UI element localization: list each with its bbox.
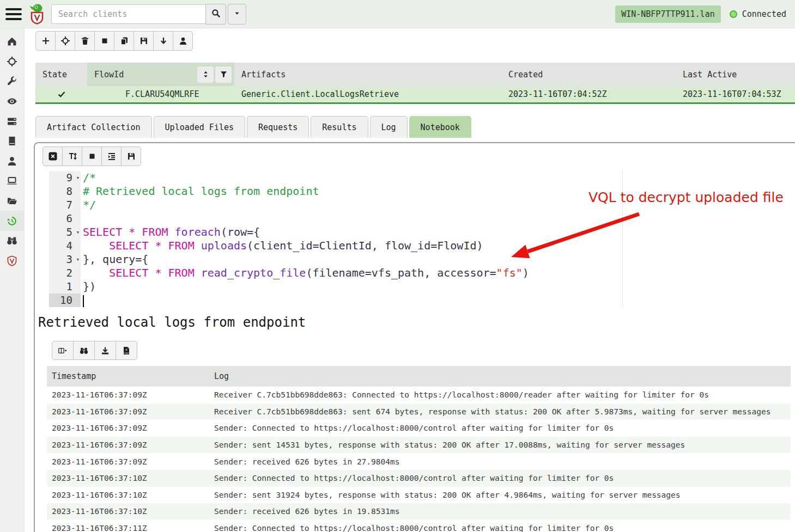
sidebar-item-home[interactable]	[0, 32, 25, 52]
column-header-created[interactable]: Created	[501, 63, 676, 86]
log-row[interactable]: 2023-11-16T06:37:09ZReceiver C.7cb51bb69…	[47, 387, 791, 403]
log-row[interactable]: 2023-11-16T06:37:10ZSender: received 626…	[47, 503, 791, 520]
crosshair2-icon	[61, 36, 70, 45]
annotation-arrow-icon	[507, 207, 648, 267]
code-segment	[83, 239, 109, 252]
save-cell-button[interactable]	[121, 146, 141, 166]
log-row[interactable]: 2023-11-16T06:37:10ZSender: Connected to…	[47, 470, 791, 487]
line-number: 8	[49, 185, 81, 198]
cancel-flow-button[interactable]	[94, 31, 114, 51]
copy-flow-button[interactable]	[114, 31, 134, 51]
text-cursor	[83, 295, 84, 307]
line-number: 3▾	[49, 253, 81, 266]
client-search	[51, 4, 246, 25]
fold-marker-icon[interactable]: ▾	[76, 225, 80, 239]
column-header-state[interactable]: State	[35, 63, 87, 86]
sort-icon	[202, 70, 210, 78]
search-options-button[interactable]	[228, 4, 246, 25]
sidebar-item-host-information[interactable]	[0, 151, 25, 172]
line-number: 7	[49, 198, 81, 212]
text-size-button[interactable]	[62, 146, 82, 166]
log-timestamp: 2023-11-16T06:37:09Z	[47, 441, 209, 449]
save-flow-button[interactable]	[133, 31, 154, 51]
menu-toggle-icon[interactable]	[5, 8, 22, 20]
sidebar-item-velociraptor-shield[interactable]	[0, 251, 25, 271]
top-navbar: WIN-NBFP7TTP911.lan Connected	[0, 0, 795, 28]
sidebar-item-hunt-manager[interactable]	[0, 52, 25, 72]
format-cell-button[interactable]	[101, 146, 122, 166]
export-csv-button[interactable]: CSV	[116, 341, 137, 360]
sidebar-item-collected-artifacts[interactable]	[0, 191, 25, 211]
host-badge[interactable]: WIN-NBFP7TTP911.lan	[615, 5, 721, 23]
floppy-icon	[127, 152, 136, 161]
delete-flow-button[interactable]	[75, 31, 95, 51]
velociraptor-logo[interactable]	[28, 3, 46, 25]
column-picker-button[interactable]	[52, 341, 74, 360]
search-rows-button[interactable]	[73, 341, 95, 360]
log-row[interactable]: 2023-11-16T06:37:10ZSender: sent 31924 b…	[47, 487, 791, 504]
editor-line-1: 1})	[49, 280, 795, 293]
sidebar-item-view-artifacts[interactable]	[0, 71, 25, 91]
log-message: Sender: Connected to https://localhost:8…	[209, 474, 791, 482]
column-label: Artifacts	[241, 70, 286, 80]
search-button[interactable]	[205, 4, 226, 25]
filter-button[interactable]	[215, 66, 232, 83]
sidebar-item-flows-history[interactable]	[0, 211, 25, 231]
tab-requests[interactable]: Requests	[247, 116, 309, 138]
column-header-flowid[interactable]: FlowId	[87, 63, 234, 86]
person-icon	[179, 36, 187, 45]
column-header-artifacts[interactable]: Artifacts	[234, 63, 501, 86]
log-message: Sender: Connected to https://localhost:8…	[209, 524, 791, 532]
velociraptor-app: WIN-NBFP7TTP911.lan Connected StateFlowI…	[0, 0, 795, 532]
search-icon	[211, 9, 221, 20]
log-row[interactable]: 2023-11-16T06:37:09ZSender: Connected to…	[47, 420, 791, 437]
new-collection-button[interactable]	[35, 31, 56, 51]
sidebar-item-client-events[interactable]	[0, 231, 25, 251]
tab-notebook[interactable]: Notebook	[409, 116, 471, 138]
log-row[interactable]: 2023-11-16T06:37:09ZSender: sent 14531 b…	[47, 437, 791, 454]
user-button[interactable]	[173, 31, 193, 51]
sidebar-item-notebooks[interactable]	[0, 131, 25, 151]
log-row[interactable]: 2023-11-16T06:37:09ZReceiver C.7cb51bb69…	[47, 403, 791, 420]
log-message: Sender: sent 31924 bytes, response with …	[209, 491, 791, 499]
editor-line-4: 4 SELECT * FROM uploads(client_id=Client…	[49, 239, 795, 253]
tab-results[interactable]: Results	[311, 116, 368, 138]
column-label: State	[43, 70, 67, 80]
log-timestamp: 2023-11-16T06:37:09Z	[47, 407, 209, 416]
connection-status: Connected	[742, 9, 786, 19]
sort-button[interactable]	[197, 66, 214, 83]
stop-cell-button[interactable]	[82, 146, 102, 166]
code-segment: (client_id=ClientId, flow_id=FlowId)	[247, 239, 483, 252]
log-row[interactable]: 2023-11-16T06:37:09ZSender: received 626…	[47, 453, 791, 470]
wrench-icon	[7, 76, 17, 87]
code-segment: "fs"	[496, 266, 523, 279]
log-table-header: TimestampLog	[47, 366, 791, 387]
tab-log[interactable]: Log	[370, 116, 408, 138]
log-message: Sender: received 626 bytes in 19.8531ms	[209, 507, 791, 516]
column-header-log[interactable]: Log	[209, 371, 791, 381]
download-results-button[interactable]	[94, 341, 116, 360]
column-header-timestamp[interactable]: Timestamp	[47, 371, 209, 381]
tab-uploaded-files[interactable]: Uploaded Files	[154, 116, 245, 138]
close-cell-button[interactable]	[43, 146, 63, 166]
code-segment: # Retrieved local logs from endpoint	[83, 185, 319, 198]
search-input[interactable]	[51, 4, 205, 24]
sidebar-item-server-events[interactable]	[0, 111, 25, 131]
home-icon	[7, 36, 17, 47]
export-flow-button[interactable]	[153, 31, 173, 51]
hunt-target-button[interactable]	[55, 31, 75, 51]
results-toolbar: CSV	[52, 341, 795, 360]
log-timestamp: 2023-11-16T06:37:09Z	[47, 457, 209, 466]
column-header-last-active[interactable]: Last Active	[676, 63, 795, 86]
sidebar-item-server-dashboard[interactable]	[0, 91, 25, 112]
flow-row[interactable]: F.CLARU54QMLRFEGeneric.Client.LocalLogsR…	[35, 86, 795, 104]
floppy-icon	[139, 36, 148, 45]
fold-marker-icon[interactable]: ▾	[76, 171, 80, 185]
sidebar-item-virtual-filesystem[interactable]	[0, 171, 25, 191]
fold-marker-icon[interactable]: ▾	[76, 253, 80, 266]
down-icon	[159, 36, 168, 45]
column-label: Last Active	[683, 70, 737, 80]
log-row[interactable]: 2023-11-16T06:37:11ZSender: Connected to…	[47, 520, 791, 532]
tab-artifact-collection[interactable]: Artifact Collection	[35, 116, 152, 138]
log-timestamp: 2023-11-16T06:37:10Z	[47, 474, 209, 482]
